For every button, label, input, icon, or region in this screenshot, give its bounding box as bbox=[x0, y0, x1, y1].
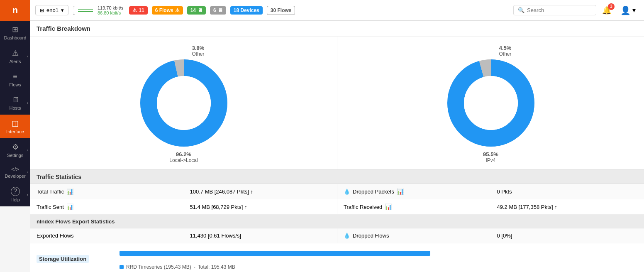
alerts-icon: ⚠ bbox=[12, 49, 19, 58]
sidebar-item-flows[interactable]: ≡ Flows bbox=[0, 68, 30, 91]
chevron-icon: › bbox=[27, 148, 28, 152]
sidebar: n ⊞ Dashboard ⚠ Alerts › ≡ Flows 🖥 Hosts… bbox=[0, 0, 30, 272]
developer-icon: </> bbox=[11, 166, 19, 172]
exported-flows-label: Exported Flows bbox=[30, 228, 184, 243]
sidebar-item-alerts[interactable]: ⚠ Alerts › bbox=[0, 44, 30, 68]
search-icon: 🔍 bbox=[518, 7, 524, 13]
svg-point-3 bbox=[157, 76, 211, 130]
nindex-row-1: Exported Flows 11,430 [0.61 Flows/s] 💧 D… bbox=[30, 228, 644, 243]
sidebar-logo[interactable]: n bbox=[0, 0, 30, 21]
chart1-bottom-label: 96.2% Local->Local bbox=[169, 151, 198, 163]
chart2-container: 4.5% Other 95.5% bbox=[337, 37, 644, 169]
dropped-packets-value: 0 Pkts — bbox=[491, 184, 644, 199]
chart2-top-label: 4.5% Other bbox=[499, 45, 512, 57]
speed-arrows: ↑ ↓ bbox=[73, 5, 75, 16]
sidebar-item-dashboard[interactable]: ⊞ Dashboard bbox=[0, 21, 30, 44]
traffic-received-label: Traffic Received 📊 bbox=[337, 199, 491, 214]
donut-svg-2 bbox=[445, 57, 537, 149]
traffic-breakdown-section: Traffic Breakdown 3.8% Other bbox=[30, 21, 644, 170]
chevron-icon: › bbox=[27, 193, 28, 197]
badge-alerts[interactable]: ⚠ 11 bbox=[129, 6, 147, 15]
badge-flows[interactable]: 6 Flows ⚠ bbox=[152, 6, 183, 15]
dropped-flows-value: 0 [0%] bbox=[491, 228, 644, 243]
traffic-sent-value: 51.4 MB [68,729 Pkts] ↑ bbox=[184, 199, 337, 214]
search-input[interactable] bbox=[527, 7, 592, 13]
total-traffic-value: 100.7 MB [246,087 Pkts] ↑ bbox=[184, 184, 337, 199]
storage-rrd-label: RRD Timeseries (195.43 MB) - Total: 195.… bbox=[120, 264, 235, 270]
hosts-icon: 🖥 bbox=[12, 96, 19, 104]
stats-row-2: Traffic Sent 📊 51.4 MB [68,729 Pkts] ↑ T… bbox=[30, 199, 644, 215]
stats-row-1: Total Traffic 📊 100.7 MB [246,087 Pkts] … bbox=[30, 184, 644, 199]
badge-hosts6[interactable]: 6 🖥 bbox=[210, 6, 226, 15]
traffic-statistics-section: Traffic Statistics Total Traffic 📊 100.7… bbox=[30, 170, 644, 215]
storage-row: Storage Utilization RRD Timeseries (195.… bbox=[30, 243, 644, 272]
notification-button[interactable]: 🔔 3 bbox=[600, 4, 613, 17]
help-icon: ? bbox=[11, 187, 20, 196]
storage-bar-cell: RRD Timeseries (195.43 MB) - Total: 195.… bbox=[113, 243, 644, 272]
donut-svg-1 bbox=[138, 57, 229, 149]
traffic-statistics-title: Traffic Statistics bbox=[30, 170, 644, 184]
dropdown-arrow-icon: ▾ bbox=[61, 7, 64, 13]
traffic-received-value: 49.2 MB [177,358 Pkts] ↑ bbox=[491, 199, 644, 214]
chevron-icon: › bbox=[27, 54, 28, 59]
chart1-top-label: 3.8% Other bbox=[192, 45, 205, 57]
traffic-speeds: 119.70 kbit/s 86.80 kbit/s bbox=[96, 5, 125, 15]
sidebar-item-settings[interactable]: ⚙ Settings › bbox=[0, 138, 30, 162]
chevron-icon: › bbox=[27, 101, 28, 105]
search-box[interactable]: 🔍 bbox=[513, 5, 596, 15]
monitor-icon: 🖥 bbox=[198, 7, 202, 13]
svg-point-7 bbox=[464, 76, 518, 130]
traffic-breakdown-title: Traffic Breakdown bbox=[30, 21, 644, 37]
chart-icon-total[interactable]: 📊 bbox=[66, 188, 73, 195]
storage-bar-container bbox=[120, 247, 638, 259]
charts-row: 3.8% Other bbox=[30, 37, 644, 170]
chart-icon-dropped[interactable]: 📊 bbox=[397, 188, 404, 195]
chart2-bottom-label: 95.5% IPv4 bbox=[483, 151, 498, 163]
interface-icon-small: ⊞ bbox=[40, 7, 44, 13]
badge-flows30[interactable]: 30 Flows bbox=[267, 6, 295, 15]
dropped-packets-label: 💧 Dropped Packets 📊 bbox=[337, 184, 491, 199]
chart-icon-received[interactable]: 📊 bbox=[385, 203, 392, 210]
chart1-container: 3.8% Other bbox=[30, 37, 337, 169]
notification-badge: 3 bbox=[608, 3, 615, 10]
interface-icon: ◫ bbox=[12, 119, 19, 128]
nindex-section: nIndex Flows Export Statistics Exported … bbox=[30, 215, 644, 272]
alert-icon: ⚠ bbox=[132, 7, 137, 13]
sidebar-item-help[interactable]: ? Help › bbox=[0, 183, 30, 206]
topbar: ⊞ eno1 ▾ ↑ ↓ 119.70 kbit/s 86.80 kbit/s … bbox=[30, 0, 644, 21]
flows-icon: ≡ bbox=[13, 72, 17, 81]
monitor2-icon: 🖥 bbox=[218, 7, 223, 13]
sidebar-item-developer[interactable]: </> Developer › bbox=[0, 162, 30, 183]
nindex-title: nIndex Flows Export Statistics bbox=[30, 215, 644, 228]
interface-selector[interactable]: ⊞ eno1 ▾ bbox=[35, 5, 68, 15]
user-button[interactable]: 👤 ▾ bbox=[617, 4, 639, 17]
sidebar-item-hosts[interactable]: 🖥 Hosts › bbox=[0, 91, 30, 115]
badge-hosts14[interactable]: 14 🖥 bbox=[187, 6, 206, 15]
chart-icon-sent[interactable]: 📊 bbox=[66, 203, 73, 210]
warning-icon: ⚠ bbox=[175, 7, 180, 13]
storage-bar bbox=[120, 251, 430, 256]
main-content: Traffic Breakdown 3.8% Other bbox=[30, 21, 644, 272]
traffic-sent-label: Traffic Sent 📊 bbox=[30, 199, 184, 214]
settings-icon: ⚙ bbox=[12, 142, 19, 152]
badge-devices[interactable]: 18 Devices bbox=[230, 6, 263, 15]
donut-chart-2: 4.5% Other 95.5% bbox=[445, 45, 537, 161]
user-icon: 👤 bbox=[620, 5, 631, 15]
chevron-icon: › bbox=[27, 170, 28, 174]
storage-dot bbox=[120, 265, 124, 269]
dashboard-icon: ⊞ bbox=[12, 25, 18, 34]
sidebar-item-interface[interactable]: ◫ Interface bbox=[0, 115, 30, 138]
exported-flows-value: 11,430 [0.61 Flows/s] bbox=[184, 228, 337, 243]
donut-chart-1: 3.8% Other bbox=[138, 45, 229, 161]
user-chevron-icon: ▾ bbox=[632, 6, 636, 14]
dropped-flows-label: 💧 Dropped Flows bbox=[337, 228, 491, 243]
storage-label-cell: Storage Utilization bbox=[30, 251, 113, 267]
total-traffic-label: Total Traffic 📊 bbox=[30, 184, 184, 199]
